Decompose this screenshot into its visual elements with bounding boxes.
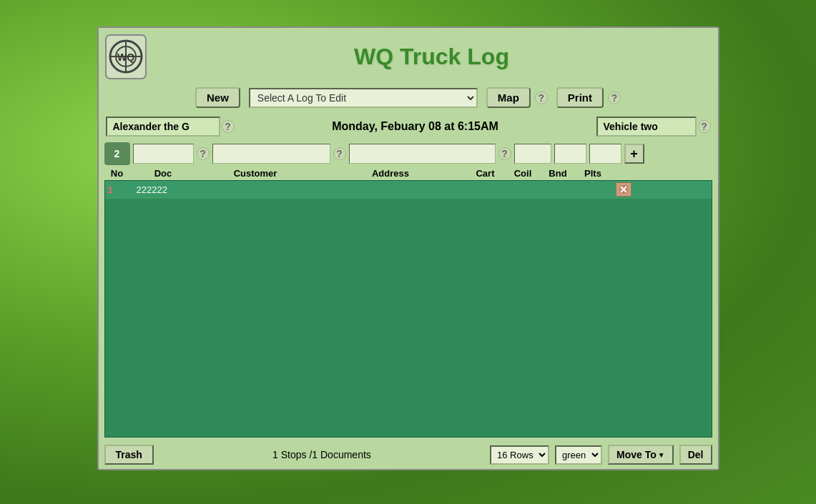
color-select[interactable]: green blue red	[555, 445, 602, 465]
select-log-dropdown[interactable]: Select A Log To Edit	[249, 88, 478, 108]
bnd-input[interactable]	[589, 144, 621, 164]
driver-field[interactable]: Alexander the G	[106, 117, 220, 137]
print-button[interactable]: Print	[556, 87, 604, 108]
row-delete-1[interactable]	[616, 182, 637, 197]
col-label-customer: Customer	[197, 168, 315, 179]
cell-doc-1: 222222	[137, 184, 197, 195]
main-window: WQ WQ Truck Log New Select A Log To Edit…	[97, 26, 719, 470]
col-label-coil: Coil	[507, 168, 539, 179]
cell-no-1: 1	[108, 184, 134, 195]
col-label-plts: Plts	[577, 168, 609, 179]
address-input[interactable]	[349, 144, 496, 164]
table-section: 2 ? ? ? + No Doc Customer Address Cart C…	[99, 139, 718, 440]
address-help-icon[interactable]: ?	[498, 147, 511, 160]
table-row[interactable]: 1 222222	[105, 181, 712, 199]
row-number-button[interactable]: 2	[104, 142, 130, 165]
doc-help-icon[interactable]: ?	[197, 147, 210, 160]
map-help-icon[interactable]: ?	[535, 92, 548, 104]
rows-select[interactable]: 16 Rows 8 Rows 32 Rows	[490, 445, 549, 465]
coil-input[interactable]	[554, 144, 586, 164]
vehicle-field[interactable]: Vehicle two	[596, 117, 697, 137]
info-bar: Alexander the G ? Monday, Febuary 08 at …	[99, 114, 718, 139]
move-to-label: Move To	[616, 449, 657, 460]
doc-input[interactable]	[133, 144, 194, 164]
empty-grid-area	[105, 199, 712, 420]
move-to-button[interactable]: Move To ▼	[608, 445, 674, 465]
col-label-bnd: Bnd	[542, 168, 574, 179]
cart-input[interactable]	[514, 144, 551, 164]
map-button[interactable]: Map	[486, 87, 531, 108]
footer: Trash 1 Stops /1 Documents 16 Rows 8 Row…	[99, 440, 718, 469]
stops-info: 1 Stops /1 Documents	[159, 449, 484, 460]
customer-help-icon[interactable]: ?	[333, 147, 346, 160]
svg-text:WQ: WQ	[117, 51, 134, 63]
row-del-icon-1[interactable]	[616, 182, 631, 197]
date-display: Monday, Febuary 08 at 6:15AM	[240, 120, 591, 133]
trash-button[interactable]: Trash	[104, 445, 154, 465]
print-help-icon[interactable]: ?	[608, 92, 621, 104]
col-label-doc: Doc	[133, 168, 194, 179]
col-label-address: Address	[318, 168, 464, 179]
col-label-cart: Cart	[467, 168, 504, 179]
toolbar: New Select A Log To Edit Map ? Print ?	[99, 84, 718, 114]
table-header-input-row: 2 ? ? ? +	[104, 142, 712, 165]
driver-help-icon[interactable]: ?	[222, 120, 235, 133]
header: WQ WQ Truck Log	[99, 28, 718, 84]
app-title: WQ Truck Log	[154, 44, 709, 70]
vehicle-help-icon[interactable]: ?	[698, 120, 711, 133]
col-label-no: No	[104, 168, 130, 179]
data-grid: 1 222222	[104, 180, 712, 438]
add-row-button[interactable]: +	[624, 144, 644, 164]
new-button[interactable]: New	[195, 87, 240, 108]
customer-input[interactable]	[212, 144, 330, 164]
logo: WQ	[104, 34, 147, 80]
column-labels: No Doc Customer Address Cart Coil Bnd Pl…	[104, 167, 712, 180]
move-to-arrow-icon: ▼	[658, 451, 665, 459]
del-button[interactable]: Del	[679, 445, 712, 465]
